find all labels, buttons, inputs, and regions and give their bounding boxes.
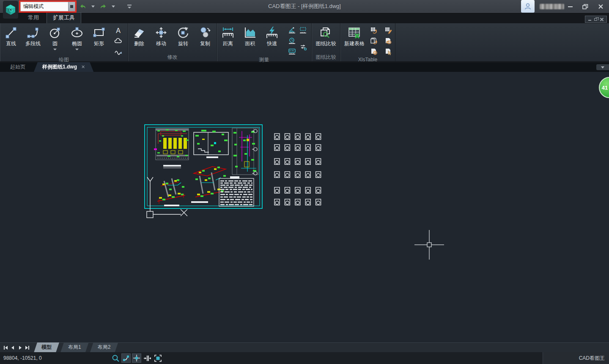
area-button[interactable]: 面积	[239, 25, 261, 47]
ribbon-tab-row: 常用 扩展工具	[0, 13, 609, 23]
layout-tab-strip: 模型 布局1 布局2	[0, 342, 609, 352]
circle-icon	[48, 26, 62, 39]
mdi-restore-icon[interactable]	[594, 18, 597, 21]
zoom-tool-button[interactable]	[111, 353, 120, 363]
line-button[interactable]: 直线	[0, 25, 22, 47]
layout-tab-layout1[interactable]: 布局1	[60, 342, 89, 353]
batch-measure-button[interactable]	[297, 26, 308, 35]
doc-tab-current[interactable]: 样例图纸1.dwg ✕	[34, 62, 93, 72]
window-title: CAD看图王 - [样例图纸1.dwg]	[0, 0, 609, 13]
doc-tab-close-icon[interactable]: ✕	[81, 64, 85, 70]
ellipse-icon	[70, 26, 84, 39]
mdi-window-controls	[585, 16, 607, 23]
xlstable-small-column-2	[383, 25, 394, 56]
ellipse-dropdown-icon[interactable]	[75, 49, 79, 50]
mode-selector-dropdown-button[interactable]	[68, 2, 75, 11]
object-snap-button[interactable]	[143, 353, 152, 363]
drawing-compare-icon	[319, 26, 333, 39]
measure-settings-icon	[299, 43, 307, 51]
group-draw: 直线 多段线	[0, 23, 128, 61]
window-controls	[564, 0, 606, 13]
angle-measure-button[interactable]	[286, 26, 297, 35]
plan-view-cluster	[154, 129, 189, 168]
quick-measure-icon	[265, 26, 279, 39]
ellipse-button[interactable]: 椭圆	[66, 25, 88, 50]
ribbon-empty-space	[395, 23, 609, 61]
restore-button[interactable]	[579, 2, 591, 11]
status-bar: 98804, -10521, 0	[0, 352, 609, 364]
next-layout-icon[interactable]	[18, 345, 22, 350]
batch-measure-icon	[299, 27, 307, 35]
update-table-button[interactable]	[368, 26, 379, 35]
draw-small-column: A	[112, 25, 123, 56]
arc-measure-button[interactable]	[286, 36, 297, 46]
select-table-button[interactable]	[383, 47, 394, 56]
prev-layout-icon[interactable]	[11, 345, 15, 350]
minimize-button[interactable]	[564, 2, 576, 11]
schedule-table-cluster	[219, 176, 254, 206]
layout-tab-layout2[interactable]: 布局2	[90, 342, 118, 353]
first-layout-icon[interactable]	[3, 345, 8, 350]
group-label-compare: 图纸比较	[312, 54, 340, 61]
mode-selector-highlight: 编辑模式	[19, 0, 77, 13]
rectangle-button[interactable]: 矩形	[88, 25, 110, 47]
svg-text:A: A	[116, 27, 121, 34]
angle-measure-icon	[288, 27, 296, 35]
drawing-canvas[interactable]: 41	[0, 72, 609, 342]
mode-selector[interactable]: 编辑模式	[20, 2, 68, 11]
panel-collapse-handle[interactable]	[596, 64, 609, 70]
status-brand-section: CAD看图王	[543, 352, 609, 364]
group-modify: 删除 移动 旋转	[128, 23, 217, 61]
distance-button[interactable]: 距离	[217, 25, 239, 47]
move-button[interactable]: 移动	[150, 25, 172, 47]
mdi-minimize-icon[interactable]	[588, 20, 591, 21]
edit-table-icon	[384, 27, 392, 35]
snap-crosshair-icon	[133, 354, 140, 362]
tab-extended-tools[interactable]: 扩展工具	[47, 12, 81, 23]
link-table-button[interactable]	[383, 36, 394, 46]
copy-button[interactable]: 复制	[194, 25, 216, 47]
measure-settings-button[interactable]	[297, 42, 308, 52]
polyline-button[interactable]: 多段线	[22, 25, 44, 47]
close-button[interactable]	[595, 2, 606, 11]
tab-home[interactable]: 常用	[22, 13, 45, 23]
group-xlstable: 新建表格	[340, 23, 395, 61]
erase-button[interactable]: 删除	[128, 25, 150, 47]
group-label-measure: 测量	[217, 56, 311, 63]
elevation-cluster	[232, 128, 258, 175]
circle-button[interactable]: 圆	[44, 25, 66, 50]
layout-tab-model[interactable]: 模型	[34, 342, 59, 353]
text-tool-button[interactable]: A	[112, 26, 123, 35]
group-compare: 图纸比较 图纸比较	[312, 23, 340, 61]
freehand-tool-button[interactable]	[112, 47, 123, 56]
new-table-button[interactable]: 新建表格	[342, 25, 367, 47]
rotate-icon	[176, 26, 190, 39]
drawing-compare-button[interactable]: 图纸比较	[313, 25, 340, 47]
group-measure: 距离 面积 快速	[217, 23, 312, 61]
refresh-sheets-button[interactable]	[368, 36, 379, 46]
user-avatar[interactable]	[521, 0, 535, 13]
fullscreen-icon	[154, 354, 162, 362]
group-label-xlstable: XlsTable	[340, 56, 395, 63]
snap-toggle-button[interactable]	[132, 353, 141, 363]
magnifier-icon	[112, 354, 120, 362]
last-layout-icon[interactable]	[25, 345, 30, 350]
mdi-close-icon[interactable]	[600, 18, 604, 21]
update-table-icon	[370, 27, 378, 35]
quick-measure-button[interactable]: 快速	[261, 25, 283, 47]
app-logo-icon[interactable]	[3, 1, 18, 19]
cloud-tool-button[interactable]	[112, 36, 123, 46]
lineweight-icon	[122, 354, 130, 362]
doc-tab-start-page[interactable]: 起始页	[2, 62, 34, 72]
crosshair-cursor	[414, 230, 444, 260]
fullscreen-button[interactable]	[153, 353, 162, 363]
coordinate-measure-button[interactable]	[286, 47, 297, 56]
edit-table-button[interactable]	[383, 26, 394, 35]
caret-down-icon	[601, 66, 604, 68]
locate-table-button[interactable]	[368, 47, 379, 56]
rotate-button[interactable]: 旋转	[172, 25, 194, 47]
document-tab-bar: 起始页 样例图纸1.dwg ✕	[0, 63, 609, 72]
circle-dropdown-icon[interactable]	[53, 49, 57, 50]
minimize-icon	[568, 4, 573, 9]
lineweight-toggle-button[interactable]	[121, 353, 131, 363]
